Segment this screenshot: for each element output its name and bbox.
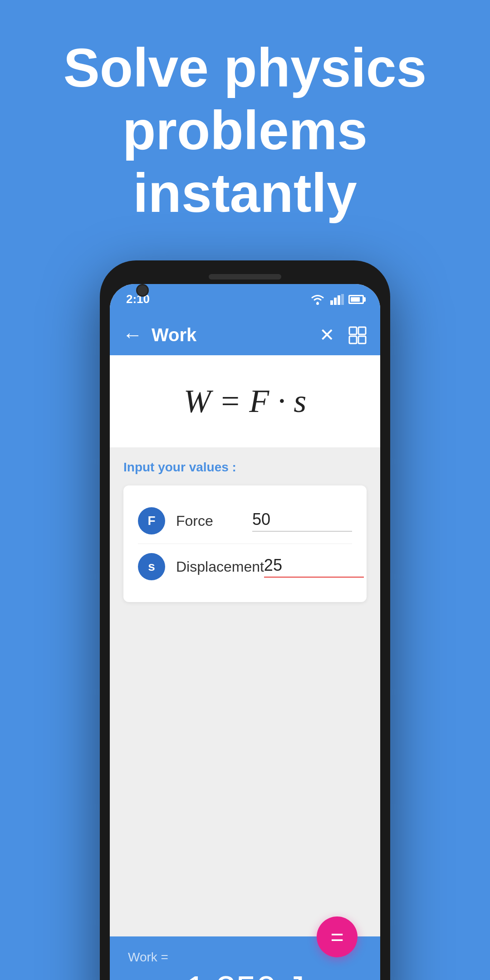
- phone-wrapper: 2:10: [0, 260, 490, 980]
- displacement-input-row: s Displacement: [138, 544, 352, 589]
- input-label: Input your values :: [123, 460, 367, 475]
- displacement-input[interactable]: [264, 556, 364, 578]
- phone-screen: 2:10: [110, 284, 380, 980]
- svg-rect-2: [334, 298, 337, 305]
- toolbar-title: Work: [152, 325, 319, 345]
- hero-section: Solve physics problems instantly: [0, 0, 490, 251]
- phone-mockup: 2:10: [100, 260, 390, 980]
- svg-rect-1: [330, 300, 333, 305]
- svg-rect-4: [341, 294, 344, 305]
- back-button[interactable]: ←: [122, 323, 142, 346]
- wifi-icon: [309, 294, 326, 305]
- chart-icon: [348, 325, 368, 345]
- displacement-label: Displacement: [176, 559, 264, 575]
- battery-icon: [348, 295, 364, 304]
- equals-sign: =: [330, 924, 343, 950]
- formula-display: W = F · s: [184, 382, 307, 420]
- phone-speaker: [209, 274, 281, 279]
- force-badge: F: [138, 507, 165, 534]
- hero-line1: Solve physics: [64, 37, 426, 98]
- app-toolbar: ← Work ✕: [110, 314, 380, 355]
- svg-rect-8: [358, 336, 366, 343]
- force-label: Force: [176, 513, 252, 529]
- hero-line2: problems instantly: [122, 100, 368, 223]
- close-button[interactable]: ✕: [319, 324, 335, 345]
- status-bar: 2:10: [110, 284, 380, 314]
- svg-rect-5: [349, 327, 357, 334]
- svg-point-0: [316, 302, 319, 305]
- displacement-badge: s: [138, 553, 165, 580]
- signal-icon: [330, 294, 344, 305]
- status-icons: [309, 294, 364, 305]
- hero-title: Solve physics problems instantly: [27, 36, 463, 224]
- force-input[interactable]: [252, 510, 352, 532]
- svg-rect-7: [349, 336, 357, 343]
- formula-area: W = F · s: [110, 355, 380, 447]
- svg-rect-3: [338, 295, 340, 305]
- force-input-row: F Force: [138, 498, 352, 544]
- input-card: F Force s Displacement: [123, 485, 367, 602]
- svg-rect-6: [358, 327, 366, 334]
- calculate-button[interactable]: =: [317, 916, 358, 957]
- phone-top: [110, 274, 380, 279]
- chart-button[interactable]: [348, 324, 368, 345]
- phone-camera: [136, 284, 149, 297]
- input-section: Input your values : F Force s Displaceme…: [110, 447, 380, 705]
- result-value: 1,250 J: [128, 968, 362, 980]
- content-spacer: [110, 705, 380, 936]
- result-area: = Work = 1,250 J: [110, 936, 380, 980]
